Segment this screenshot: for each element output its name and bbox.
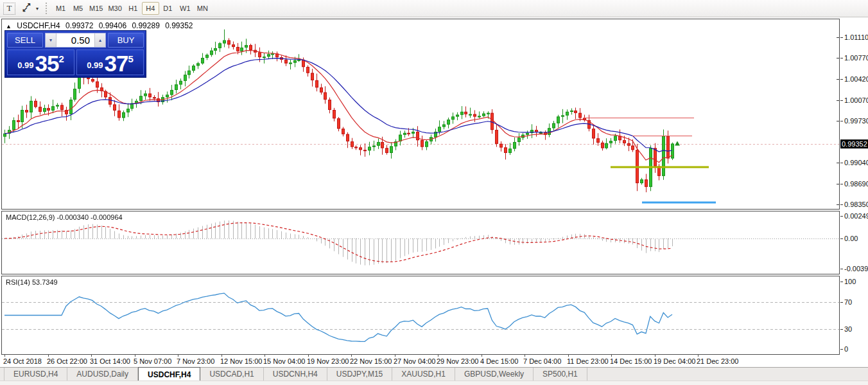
macd-chart[interactable] xyxy=(2,211,839,274)
chart-tab-usdcad-h1[interactable]: USDCAD,H1 xyxy=(200,368,263,381)
volume-stepper: ▾ 0.50 ▴ xyxy=(45,33,106,48)
rsi-tick-label: 0 xyxy=(844,345,848,353)
buy-price-pips: 37 xyxy=(105,53,128,73)
chart-tab-gbpusd-weekly[interactable]: GBPUSD,Weekly xyxy=(455,368,534,381)
chart-tab-audusd-daily[interactable]: AUDUSD,Daily xyxy=(67,368,138,381)
chart-ohlc-header: ▲ USDCHF,H4 0.99372 0.99406 0.99289 0.99… xyxy=(6,21,196,30)
axis-tick-mark xyxy=(840,121,843,121)
time-tick-mark xyxy=(4,355,5,357)
chart-tab-bar: EURUSD,H4AUDUSD,DailyUSDCHF,H4USDCAD,H1U… xyxy=(0,367,868,381)
current-price-badge: 0.99352 xyxy=(840,139,868,148)
timeframe-button-m5[interactable]: M5 xyxy=(69,2,87,15)
time-tick-label: 26 Oct 22:00 xyxy=(47,357,87,365)
price-tick-label: 1.00770 xyxy=(844,54,868,62)
axis-tick-mark xyxy=(840,79,843,80)
time-tick-mark xyxy=(568,355,569,357)
timeframe-button-d1[interactable]: D1 xyxy=(159,2,177,15)
time-tick-label: 14 Dec 15:00 xyxy=(610,357,652,365)
mt4-window: T ↗ ↙ ▾ M1M5M15M30H1H4D1W1MN ▲ USDCHF,H4… xyxy=(0,0,868,385)
timeframe-button-m15[interactable]: M15 xyxy=(87,2,105,15)
time-tick-mark xyxy=(48,355,49,357)
time-tick-mark xyxy=(698,355,699,357)
rsi-indicator-panel[interactable]: RSI(14) 53.7349 xyxy=(1,276,840,355)
one-click-trading-panel: SELL ▾ 0.50 ▴ BUY 0.99 35 2 0.99 37 5 xyxy=(4,30,146,78)
axis-tick-mark xyxy=(840,100,843,101)
axis-tick-mark xyxy=(840,349,843,350)
price-tick-label: 1.00420 xyxy=(844,75,868,83)
macd-indicator-panel[interactable]: MACD(12,26,9) -0.000340 -0.000964 xyxy=(1,211,840,274)
axis-tick-mark xyxy=(840,204,843,205)
time-tick-mark xyxy=(265,355,265,357)
collapse-panel-icon[interactable]: ▲ xyxy=(6,23,12,30)
price-tick-label: 0.99040 xyxy=(844,159,868,166)
chart-symbol-timeframe: USDCHF,H4 xyxy=(17,21,60,30)
rsi-tick-label: 100 xyxy=(844,278,856,285)
axis-tick-mark xyxy=(840,329,843,330)
price-tick-label: 0.99730 xyxy=(844,117,868,125)
time-tick-label: 7 Nov 23:00 xyxy=(177,357,214,365)
price-tick-label: 1.00070 xyxy=(844,96,868,104)
sell-price-prefix: 0.99 xyxy=(17,60,33,70)
timeframe-button-w1[interactable]: W1 xyxy=(177,2,194,15)
time-tick-label: 11 Dec 23:00 xyxy=(567,357,609,365)
chart-tab-sp500-h1[interactable]: SP500,H1 xyxy=(534,368,587,381)
timeframe-buttons: M1M5M15M30H1H4D1W1MN xyxy=(52,2,211,15)
timeframe-button-m1[interactable]: M1 xyxy=(52,2,69,15)
axis-tick-mark xyxy=(840,302,843,303)
timeframe-button-mn[interactable]: MN xyxy=(194,2,211,15)
rsi-chart[interactable] xyxy=(2,276,839,354)
price-axis[interactable]: 1.011101.007701.004201.000700.997300.990… xyxy=(840,19,868,355)
volume-decrease-icon[interactable]: ▾ xyxy=(46,33,56,47)
rsi-tick-label: 70 xyxy=(844,298,852,306)
time-tick-label: 12 Nov 15:00 xyxy=(220,357,262,365)
axis-tick-mark xyxy=(840,184,843,184)
time-tick-mark xyxy=(308,355,309,357)
text-tool-icon[interactable]: T xyxy=(3,3,15,15)
volume-input[interactable]: 0.50 xyxy=(56,33,94,47)
rsi-tick-label: 30 xyxy=(844,325,852,333)
time-tick-label: 24 Oct 2018 xyxy=(3,357,42,365)
time-tick-mark xyxy=(221,355,222,357)
buy-price-point: 5 xyxy=(128,53,133,64)
sell-price-point: 2 xyxy=(58,53,64,64)
time-tick-label: 15 Nov 04:00 xyxy=(263,357,305,365)
volume-increase-icon[interactable]: ▴ xyxy=(94,33,105,47)
chart-tab-eurusd-h4[interactable]: EURUSD,H4 xyxy=(4,368,67,381)
axis-tick-mark xyxy=(840,269,843,269)
ohlc-close: 0.99352 xyxy=(165,21,193,30)
price-tick-label: 1.01110 xyxy=(844,33,868,41)
sell-price-display[interactable]: 0.99 35 2 xyxy=(7,49,74,75)
time-tick-mark xyxy=(438,355,438,357)
timeframe-button-h1[interactable]: H1 xyxy=(125,2,142,15)
rsi-label: RSI(14) 53.7349 xyxy=(6,278,58,286)
sell-button[interactable]: SELL xyxy=(7,33,43,48)
toolbar-grip[interactable] xyxy=(46,3,47,14)
time-tick-mark xyxy=(525,355,525,357)
chart-tab-usdchf-h4[interactable]: USDCHF,H4 xyxy=(138,367,200,381)
timeframe-button-h4[interactable]: H4 xyxy=(142,2,159,15)
time-tick-label: 22 Nov 15:00 xyxy=(350,357,392,365)
arrow-sw-icon: ↙ xyxy=(22,5,28,13)
timeframe-button-m30[interactable]: M30 xyxy=(105,2,124,15)
time-tick-label: 19 Nov 23:00 xyxy=(307,357,349,365)
time-axis[interactable]: 24 Oct 201826 Oct 22:0031 Oct 14:005 Nov… xyxy=(1,355,840,367)
ohlc-low: 0.99289 xyxy=(132,21,159,30)
sell-price-pips: 35 xyxy=(35,53,59,73)
buy-price-display[interactable]: 0.99 37 5 xyxy=(76,49,144,75)
time-tick-label: 19 Dec 04:00 xyxy=(654,357,695,365)
chart-tab-usdcnh-h4[interactable]: USDCNH,H4 xyxy=(264,368,327,381)
macd-zero-label: 0.00 xyxy=(844,235,858,242)
arrows-tool-icon[interactable]: ↗ ↙ xyxy=(21,3,34,15)
time-tick-mark xyxy=(178,355,178,357)
tab-bar-scroll-strip[interactable] xyxy=(0,381,868,385)
arrows-dropdown-icon[interactable]: ▾ xyxy=(36,6,39,12)
chart-tab-usdjpy-m15[interactable]: USDJPY,M15 xyxy=(327,368,392,381)
price-tick-label: 0.98690 xyxy=(844,180,868,188)
chart-tab-xauusd-h1[interactable]: XAUUSD,H1 xyxy=(392,368,455,381)
price-tick-label: 0.98350 xyxy=(844,201,868,208)
time-tick-label: 31 Oct 14:00 xyxy=(90,357,130,365)
time-tick-mark xyxy=(395,355,395,357)
time-tick-label: 5 Nov 07:00 xyxy=(134,357,171,365)
time-tick-label: 27 Nov 04:00 xyxy=(394,357,435,365)
buy-button[interactable]: BUY xyxy=(108,33,144,48)
